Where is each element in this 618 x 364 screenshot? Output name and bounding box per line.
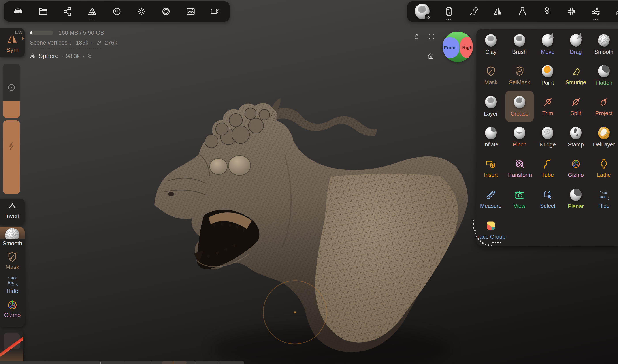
- tool-hide[interactable]: Hide: [590, 183, 618, 214]
- lock-view-button[interactable]: [413, 33, 420, 40]
- invert-button[interactable]: Invert: [0, 198, 25, 225]
- tool-paint[interactable]: Paint: [534, 60, 562, 91]
- tool-select[interactable]: Select: [534, 183, 562, 214]
- memory-usage-label: 160 MB / 5.90 GB: [58, 29, 104, 36]
- toolbar-aperture-button[interactable]: [161, 6, 171, 16]
- radius-slider[interactable]: [3, 64, 20, 118]
- tool-trim[interactable]: Trim: [534, 91, 562, 122]
- tool-lathe[interactable]: Lathe: [590, 153, 618, 183]
- matcap-icon: [112, 6, 122, 16]
- object-row[interactable]: Sphere · 98.3k ·: [29, 52, 92, 60]
- tool-gizmo[interactable]: Gizmo: [562, 153, 590, 183]
- toolbar-matcap-button[interactable]: [112, 6, 122, 16]
- object-name: Sphere: [39, 52, 58, 60]
- tool-transform[interactable]: Transform: [505, 153, 533, 183]
- toolbar-mirror-button[interactable]: [493, 6, 503, 16]
- brush-sphere-thumbnail: [570, 189, 582, 201]
- lathe-icon: [598, 158, 610, 170]
- brush-cursor-circle: [263, 280, 327, 344]
- tool-brush[interactable]: Brush: [505, 29, 533, 60]
- video-icon: [210, 6, 220, 16]
- tool-label: Stamp: [568, 142, 584, 148]
- toolbar-pyramid-button[interactable]: ···: [87, 6, 97, 16]
- tool-clay[interactable]: Clay: [476, 29, 505, 60]
- project-icon: [598, 96, 610, 108]
- tool-tube[interactable]: Tube: [534, 153, 562, 183]
- brush-sphere-thumbnail: [514, 34, 525, 47]
- mask-shortcut-icon[interactable]: [7, 251, 18, 263]
- tool-nudge[interactable]: Nudge: [534, 122, 562, 153]
- tool-split[interactable]: Split: [562, 91, 590, 122]
- gear-icon: [566, 6, 577, 16]
- tool-dellayer[interactable]: DelLayer: [590, 122, 618, 153]
- tool-stamp[interactable]: Stamp: [562, 122, 590, 153]
- overflow-dots: ···: [446, 18, 452, 20]
- invert-label: Invert: [5, 213, 19, 220]
- symmetry-toggle[interactable]: L/W Sym: [0, 28, 25, 57]
- tool-inflate[interactable]: Inflate: [476, 122, 505, 153]
- invert-icon: [7, 201, 18, 212]
- tool-label: Brush: [512, 49, 527, 55]
- split-icon: [570, 96, 582, 108]
- tool-label: Nudge: [539, 142, 556, 148]
- smooth-shortcut[interactable]: [0, 227, 25, 239]
- logo-icon: [13, 6, 23, 16]
- tool-project[interactable]: Project: [590, 91, 618, 122]
- toolbar-left: ···: [4, 1, 230, 22]
- toolbar-logo-button[interactable]: [13, 6, 23, 16]
- stroke-falloff-tile[interactable]: [0, 330, 23, 364]
- tool-selmask[interactable]: SelMask: [505, 60, 533, 91]
- brush-settings-gear-badge[interactable]: [425, 14, 432, 21]
- toolbar-video-button[interactable]: [210, 6, 220, 16]
- toolbar-knife-button[interactable]: [468, 6, 478, 16]
- scene-vertices-value: 185k: [76, 39, 88, 46]
- bottom-collapsed-bar[interactable]: [0, 361, 244, 364]
- toolbar-stack-button[interactable]: [542, 6, 552, 16]
- sun-icon: [136, 6, 146, 16]
- toolbar-flask-button[interactable]: [517, 6, 527, 16]
- smooth-label[interactable]: Smooth: [2, 240, 22, 247]
- toolbar-ball-button[interactable]: [415, 4, 430, 19]
- tool-move[interactable]: Move: [534, 29, 562, 60]
- lock-icon: [413, 33, 420, 40]
- gizmo-shortcut-icon[interactable]: [6, 299, 19, 311]
- overflow-dots: ···: [593, 18, 599, 20]
- tool-crease[interactable]: Crease: [505, 91, 533, 122]
- mask-label: Mask: [5, 264, 19, 271]
- toolbar-sun-button[interactable]: [136, 6, 146, 16]
- navball-front-face[interactable]: Front: [443, 37, 459, 58]
- intensity-slider[interactable]: [3, 120, 20, 194]
- toolbar-toolbox-button[interactable]: [615, 6, 618, 16]
- tool-smooth[interactable]: Smooth: [590, 29, 618, 60]
- hide-shortcut-icon[interactable]: [7, 275, 18, 287]
- toolbar-share-button[interactable]: [63, 6, 73, 16]
- tool-mask[interactable]: Mask: [476, 60, 505, 91]
- tool-drag[interactable]: Drag: [562, 29, 590, 60]
- transform-icon: [514, 158, 525, 170]
- tool-insert[interactable]: Insert: [476, 153, 505, 183]
- orientation-navball[interactable]: Front Right: [443, 32, 473, 62]
- tool-pinch[interactable]: Pinch: [505, 122, 533, 153]
- bottom-bar-tick: [195, 362, 195, 364]
- toolbar-sliders-button[interactable]: ···: [591, 6, 601, 16]
- toolbar-card-button[interactable]: ···: [444, 6, 454, 16]
- tool-layer[interactable]: Layer: [476, 91, 505, 122]
- tool-label: Select: [540, 203, 555, 209]
- home-icon: [427, 52, 435, 60]
- symmetry-icon: [6, 33, 18, 45]
- tool-flatten[interactable]: Flatten: [590, 60, 618, 91]
- tool-measure[interactable]: Measure: [476, 183, 505, 214]
- toolbar-image-button[interactable]: [186, 6, 196, 16]
- toolbar-folder-button[interactable]: [38, 6, 48, 16]
- sidebar-flyout-arrow[interactable]: [22, 36, 24, 40]
- home-view-button[interactable]: [427, 52, 435, 60]
- tool-label: Clay: [485, 49, 496, 55]
- toolbar-gear-button[interactable]: [566, 6, 577, 16]
- fullscreen-button[interactable]: [428, 33, 435, 40]
- checker-icon: [87, 53, 92, 59]
- tool-smudge[interactable]: Smudge: [562, 60, 590, 91]
- tool-planar[interactable]: Planar: [562, 183, 590, 214]
- tool-label: Flatten: [595, 80, 612, 86]
- insert-icon: [485, 158, 497, 170]
- tool-view[interactable]: View: [505, 183, 533, 214]
